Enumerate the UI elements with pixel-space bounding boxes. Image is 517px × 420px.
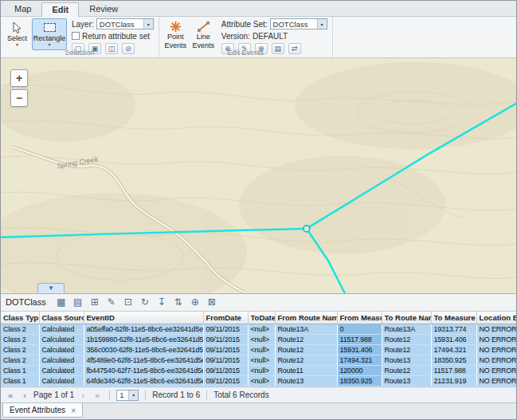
table-cell[interactable]: 11517.988 [337,335,382,345]
table-cell[interactable]: <null> [248,345,275,355]
column-header-class-source[interactable]: Class Source [39,312,84,324]
last-page-button[interactable]: » [92,390,103,401]
rectangle-tool-button[interactable]: Rectangle ▾ [32,18,67,50]
map-view[interactable]: Spring Creek + − ▼ [1,58,516,294]
table-row[interactable]: Class 1Calculated64fde340-62f8-11e5-8bc6… [1,376,516,387]
zoom-to-selection-icon[interactable]: ↧ [155,296,169,309]
table-cell[interactable]: 17494.321 [337,355,382,366]
table-cell[interactable]: 4f5489e0-62f8-11e5-8bc6-ee32641d5ec9 [84,355,203,366]
table-cell[interactable]: Route13 [382,355,431,366]
table-cell[interactable]: Class 1 [1,376,39,387]
table-cell[interactable]: Class 2 [1,335,39,345]
table-cell[interactable]: NO ERROR [476,345,516,355]
table-cell[interactable]: 11517.988 [431,366,476,376]
table-cell[interactable]: Route12 [275,335,337,345]
column-header-eventid[interactable]: EventID [84,312,203,324]
table-cell[interactable]: Calculated [39,376,84,387]
table-cell[interactable]: Class 1 [1,366,39,376]
table-cell[interactable]: fb447540-62f7-11e5-8bc6-ee32641d5ec9 [84,366,203,376]
column-header-fromdate[interactable]: FromDate [203,312,248,324]
table-cell[interactable]: NO ERROR [476,366,516,376]
table-cell[interactable]: Calculated [39,355,84,366]
table-cell[interactable]: 120000 [337,366,382,376]
first-page-button[interactable]: « [5,390,16,401]
chevron-down-icon[interactable]: ▾ [317,19,327,29]
table-cell[interactable]: Class 2 [1,355,39,366]
column-header-from-route-name[interactable]: From Route Name [275,312,337,324]
column-header-class-type[interactable]: Class Type [1,312,39,324]
table-cell[interactable]: a05effa0-62f8-11e5-8bc6-ee32641d5ec9 [84,324,203,335]
table-cell[interactable]: NO ERROR [476,324,516,335]
table-cell[interactable]: Calculated [39,345,84,355]
table-cell[interactable]: 09/11/2015 [203,366,248,376]
table-cell[interactable]: 09/11/2015 [203,335,248,345]
attribute-set-combobox[interactable]: DOTClass ▾ [270,18,327,29]
column-header-todate[interactable]: ToDate [248,312,275,324]
table-row[interactable]: Class 2Calculated1b159980-62f8-11e5-8bc6… [1,335,516,345]
table-cell[interactable]: 19313.774 [431,324,476,335]
column-header-from-measure[interactable]: From Measure [337,312,382,324]
table-cell[interactable]: 09/11/2015 [203,324,248,335]
table-cell[interactable]: Route12 [382,366,431,376]
open-table-icon[interactable]: ⊞ [88,296,102,309]
table-cell[interactable]: 09/11/2015 [203,376,248,387]
table-cell[interactable]: NO ERROR [476,355,516,366]
next-page-button[interactable]: › [77,390,88,401]
chevron-down-icon[interactable]: ▾ [143,19,153,29]
select-tool-button[interactable]: Select ▾ [4,18,30,50]
return-attribute-set-checkbox[interactable] [72,32,80,40]
table-cell[interactable]: 15931.406 [431,335,476,345]
event-attributes-tab[interactable]: Event Attributes × [2,403,83,418]
table-cell[interactable]: 09/11/2015 [203,355,248,366]
table-row[interactable]: Class 2Calculated356c0030-62f8-11e5-8bc6… [1,345,516,355]
table-cell[interactable]: 0 [337,324,382,335]
zoom-in-button[interactable]: + [10,69,28,87]
table-cell[interactable]: 17494.321 [431,345,476,355]
save-edits-icon[interactable]: ⊡ [121,296,135,309]
table-cell[interactable]: 18350.925 [337,376,382,387]
table-cell[interactable]: Route13 [382,376,431,387]
column-header-to-route-name[interactable]: To Route Name [382,312,431,324]
edit-attributes-icon[interactable]: ✎ [104,296,119,309]
table-row[interactable]: Class 2Calculated4f5489e0-62f8-11e5-8bc6… [1,355,516,366]
table-cell[interactable]: Class 2 [1,324,39,335]
table-cell[interactable]: <null> [248,335,275,345]
table-cell[interactable]: NO ERROR [476,335,516,345]
table-cell[interactable]: 15931.406 [337,345,382,355]
add-record-icon[interactable]: ⊕ [188,296,202,309]
table-cell[interactable]: 21231.919 [431,376,476,387]
table-cell[interactable]: Route11 [275,366,337,376]
zoom-out-button[interactable]: − [10,89,28,107]
table-icon[interactable]: ▤ [71,296,85,309]
table-cell[interactable]: <null> [248,366,275,376]
prev-page-button[interactable]: ‹ [19,390,30,401]
table-cell[interactable]: <null> [248,324,275,335]
point-events-button[interactable]: Point Events [163,18,189,50]
page-number-combobox[interactable]: 1 ▾ [116,390,139,401]
ribbon-tab-review[interactable]: Review [79,2,128,16]
table-row[interactable]: Class 1Calculatedfb447540-62f7-11e5-8bc6… [1,366,516,376]
table-cell[interactable]: <null> [248,355,275,366]
table-cell[interactable]: Class 2 [1,345,39,355]
table-cell[interactable]: Route13A [382,324,431,335]
table-cell[interactable]: Calculated [39,366,84,376]
table-cell[interactable]: 18350.925 [431,355,476,366]
table-cell[interactable]: Route12 [275,345,337,355]
table-cell[interactable]: Route13A [275,324,337,335]
columns-icon[interactable]: ▦ [54,296,69,309]
table-cell[interactable]: Route13 [275,376,337,387]
sort-icon[interactable]: ⇅ [171,296,186,309]
table-cell[interactable]: Route12 [382,345,431,355]
table-cell[interactable]: 1b159980-62f8-11e5-8bc6-ee32641d5ec9 [84,335,203,345]
table-cell[interactable]: <null> [248,376,275,387]
delete-record-icon[interactable]: ⊠ [205,296,219,309]
table-cell[interactable]: 356c0030-62f8-11e5-8bc6-ee32641d5ec9 [84,345,203,355]
column-header-location-error[interactable]: Location Error [476,312,516,324]
table-cell[interactable]: NO ERROR [476,376,516,387]
table-cell[interactable]: Calculated [39,335,84,345]
collapse-panel-tab[interactable]: ▼ [37,283,65,293]
chevron-down-icon[interactable]: ▾ [128,391,138,400]
ribbon-tab-edit[interactable]: Edit [41,2,79,17]
column-header-to-measure[interactable]: To Measure [431,312,476,324]
layer-combobox[interactable]: DOTClass ▾ [96,18,154,29]
